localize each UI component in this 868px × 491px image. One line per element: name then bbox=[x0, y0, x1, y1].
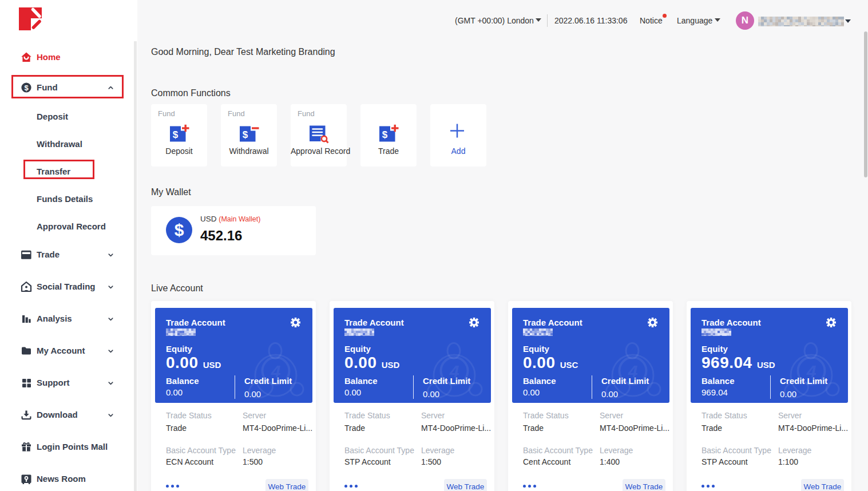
svg-text:$: $ bbox=[173, 129, 179, 140]
svg-text:$: $ bbox=[382, 129, 388, 140]
svg-text:$: $ bbox=[24, 84, 29, 92]
svg-text:$: $ bbox=[243, 129, 248, 140]
